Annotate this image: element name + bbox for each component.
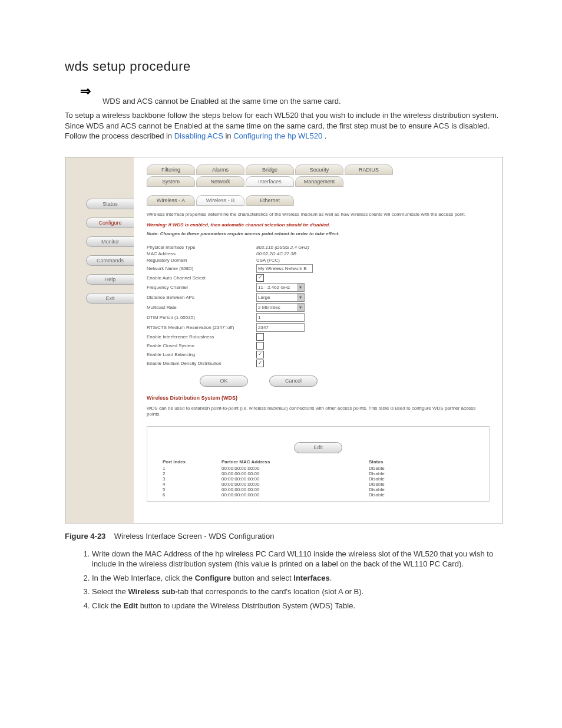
- sidebar-configure[interactable]: Configure: [86, 218, 134, 228]
- tab-system[interactable]: System: [147, 176, 195, 187]
- value-reg: USA (FCC): [256, 258, 280, 263]
- tab-security[interactable]: Security: [295, 164, 343, 175]
- input-ssid[interactable]: My Wireless Network B: [256, 264, 313, 273]
- label-mac: MAC Address: [147, 251, 256, 256]
- label-multi: Multicast Rate: [147, 305, 256, 310]
- label-dist: Distance Between APs: [147, 295, 256, 300]
- step-4: Click the Edit button to update the Wire…: [92, 601, 503, 611]
- label-dtim: DTIM Period (1-65535): [147, 315, 256, 320]
- input-dtim[interactable]: 1: [256, 313, 305, 322]
- select-multi[interactable]: 2 Mbit/Sec: [256, 303, 305, 312]
- sidebar-status[interactable]: Status: [86, 199, 134, 209]
- steps-list: Write down the MAC Address of the hp wir…: [65, 549, 503, 611]
- note-text: WDS and ACS cannot be Enabled at the sam…: [103, 97, 503, 106]
- wds-description: WDS can be used to establish point-to-po…: [147, 406, 490, 418]
- checkbox-lb[interactable]: ✓: [256, 351, 264, 358]
- sidebar: Status Configure Monitor Commands Help E…: [65, 157, 134, 523]
- panel-warning: Warning: If WDS is enabled, then automat…: [147, 222, 490, 228]
- label-ssid: Network Name (SSID): [147, 266, 256, 271]
- cancel-button[interactable]: Cancel: [269, 375, 318, 387]
- tab-wireless-a[interactable]: Wireless - A: [147, 195, 195, 206]
- input-rts[interactable]: 2347: [256, 323, 305, 332]
- select-dist[interactable]: Large: [256, 293, 305, 302]
- tab-management[interactable]: Management: [295, 176, 343, 187]
- checkbox-intf[interactable]: [256, 333, 264, 341]
- label-phys-type: Physical Interface Type: [147, 245, 256, 250]
- label-lb: Enable Load Balancing: [147, 352, 256, 357]
- link-disabling-acs[interactable]: Disabling ACS: [174, 131, 223, 140]
- tab-interfaces[interactable]: Interfaces: [246, 176, 294, 187]
- sidebar-exit[interactable]: Exit: [86, 293, 134, 304]
- panel-info: Wireless interface properties determine …: [147, 212, 490, 218]
- step-2: In the Web Interface, click the Configur…: [92, 573, 503, 584]
- wds-heading: Wireless Distribution System (WDS): [147, 395, 490, 401]
- panel-note: Note: Changes to these parameters requir…: [147, 231, 490, 236]
- wds-th-port: Port Index: [163, 459, 222, 465]
- value-phys-type: 802.11b (DSSS 2.4 GHz): [256, 245, 309, 250]
- label-rts: RTS/CTS Medium Reservation (2347=off): [147, 325, 256, 330]
- sidebar-help[interactable]: Help: [86, 274, 134, 285]
- wds-th-mac: Partner MAC Address: [222, 459, 369, 465]
- label-freq: Frequency Channel: [147, 285, 256, 290]
- checkbox-closed[interactable]: [256, 342, 264, 350]
- label-intf: Enable Interference Robustness: [147, 334, 256, 340]
- tab-alarms[interactable]: Alarms: [196, 164, 244, 175]
- label-reg: Regulatory Domain: [147, 258, 256, 263]
- sidebar-commands[interactable]: Commands: [86, 255, 134, 266]
- ok-button[interactable]: OK: [200, 375, 248, 387]
- tab-bridge[interactable]: Bridge: [246, 164, 294, 175]
- edit-button[interactable]: Edit: [294, 442, 342, 453]
- sidebar-monitor[interactable]: Monitor: [86, 236, 134, 247]
- wds-table: Edit Port Index Partner MAC Address Stat…: [147, 426, 490, 502]
- step-1: Write down the MAC Address of the hp wir…: [92, 549, 503, 569]
- tab-ethernet[interactable]: Ethernet: [246, 195, 294, 206]
- page-title: wds setup procedure: [65, 59, 503, 74]
- checkbox-mdd[interactable]: ✓: [256, 360, 264, 367]
- screenshot-figure: Status Configure Monitor Commands Help E…: [65, 157, 503, 523]
- label-closed: Enable Closed System: [147, 343, 256, 348]
- label-acs: Enable Auto Channel Select: [147, 275, 256, 281]
- tab-radius[interactable]: RADIUS: [345, 164, 393, 175]
- value-mac: 00:02:2D:4C:27:3B: [256, 251, 296, 256]
- label-mdd: Enable Medium Density Distribution: [147, 361, 256, 366]
- intro-paragraph: To setup a wireless backbone follow the …: [65, 110, 503, 141]
- wds-th-status: Status: [369, 459, 416, 465]
- tab-wireless-b[interactable]: Wireless - B: [196, 195, 244, 206]
- tab-network[interactable]: Network: [196, 176, 244, 187]
- tab-filtering[interactable]: Filtering: [147, 164, 195, 175]
- main-panel: Filtering Alarms Bridge Security RADIUS …: [134, 157, 503, 523]
- select-freq[interactable]: 11 - 2.462 GHz: [256, 283, 305, 292]
- link-configuring-wl520[interactable]: Configuring the hp WL520: [233, 131, 322, 140]
- note-arrow-icon: ⇒: [80, 85, 91, 98]
- figure-caption: Figure 4-23 Wireless Interface Screen - …: [65, 532, 503, 541]
- step-3: Select the Wireless sub-tab that corresp…: [92, 587, 503, 597]
- checkbox-acs[interactable]: ✓: [256, 274, 264, 282]
